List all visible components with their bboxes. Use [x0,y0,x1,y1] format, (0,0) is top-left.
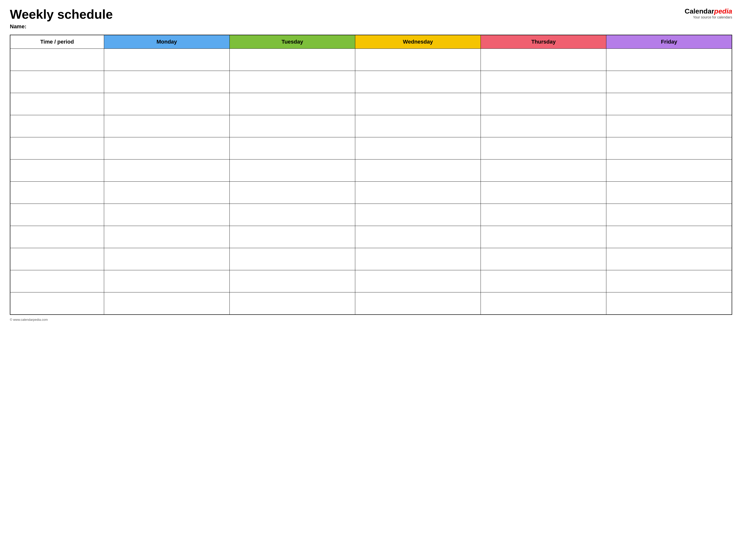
cell-row11-thursday[interactable] [481,292,606,315]
cell-row11-monday[interactable] [104,292,229,315]
cell-row4-tuesday[interactable] [229,137,355,160]
cell-row3-friday[interactable] [606,115,732,137]
cell-row5-friday[interactable] [606,160,732,182]
cell-row5-thursday[interactable] [481,160,606,182]
cell-row3-thursday[interactable] [481,115,606,137]
cell-row2-friday[interactable] [606,93,732,115]
table-row [10,226,732,248]
cell-row5-wednesday[interactable] [355,160,481,182]
cell-row6-friday[interactable] [606,182,732,204]
table-row [10,270,732,292]
cell-row11-friday[interactable] [606,292,732,315]
cell-row9-friday[interactable] [606,248,732,270]
cell-row1-wednesday[interactable] [355,71,481,93]
col-header-time: Time / period [10,35,104,49]
cell-row10-thursday[interactable] [481,270,606,292]
cell-row6-monday[interactable] [104,182,229,204]
cell-row0-monday[interactable] [104,49,229,71]
cell-row11-time[interactable] [10,292,104,315]
cell-row9-tuesday[interactable] [229,248,355,270]
logo-section: Calendarpedia Your source for calendars [685,7,732,19]
cell-row11-tuesday[interactable] [229,292,355,315]
cell-row1-time[interactable] [10,71,104,93]
cell-row6-wednesday[interactable] [355,182,481,204]
page-title: Weekly schedule [10,7,113,21]
col-header-thursday: Thursday [481,35,606,49]
cell-row8-time[interactable] [10,226,104,248]
cell-row10-monday[interactable] [104,270,229,292]
cell-row10-wednesday[interactable] [355,270,481,292]
cell-row2-monday[interactable] [104,93,229,115]
cell-row1-friday[interactable] [606,71,732,93]
cell-row3-wednesday[interactable] [355,115,481,137]
cell-row5-time[interactable] [10,160,104,182]
table-row [10,49,732,71]
cell-row6-tuesday[interactable] [229,182,355,204]
cell-row4-thursday[interactable] [481,137,606,160]
table-row [10,115,732,137]
cell-row9-thursday[interactable] [481,248,606,270]
cell-row7-wednesday[interactable] [355,204,481,226]
cell-row2-tuesday[interactable] [229,93,355,115]
table-row [10,137,732,160]
footer: © www.calendarpedia.com [10,318,732,322]
cell-row11-wednesday[interactable] [355,292,481,315]
logo-calendar: Calendar [685,7,714,15]
table-row [10,248,732,270]
cell-row3-monday[interactable] [104,115,229,137]
table-row [10,93,732,115]
col-header-friday: Friday [606,35,732,49]
cell-row4-time[interactable] [10,137,104,160]
cell-row7-friday[interactable] [606,204,732,226]
cell-row0-wednesday[interactable] [355,49,481,71]
table-row [10,292,732,315]
footer-url: © www.calendarpedia.com [10,318,48,322]
cell-row8-thursday[interactable] [481,226,606,248]
table-row [10,71,732,93]
table-row [10,160,732,182]
cell-row7-monday[interactable] [104,204,229,226]
cell-row4-friday[interactable] [606,137,732,160]
cell-row8-tuesday[interactable] [229,226,355,248]
cell-row0-thursday[interactable] [481,49,606,71]
cell-row8-monday[interactable] [104,226,229,248]
cell-row1-thursday[interactable] [481,71,606,93]
cell-row3-time[interactable] [10,115,104,137]
logo-text: Calendarpedia [685,7,732,15]
cell-row2-time[interactable] [10,93,104,115]
col-header-monday: Monday [104,35,229,49]
cell-row10-time[interactable] [10,270,104,292]
page-header: Weekly schedule Name: Calendarpedia Your… [10,7,732,30]
header-row: Time / period Monday Tuesday Wednesday T… [10,35,732,49]
name-label: Name: [10,23,113,30]
cell-row6-time[interactable] [10,182,104,204]
cell-row4-wednesday[interactable] [355,137,481,160]
cell-row2-wednesday[interactable] [355,93,481,115]
cell-row0-tuesday[interactable] [229,49,355,71]
col-header-wednesday: Wednesday [355,35,481,49]
cell-row8-friday[interactable] [606,226,732,248]
cell-row1-tuesday[interactable] [229,71,355,93]
cell-row0-friday[interactable] [606,49,732,71]
cell-row5-monday[interactable] [104,160,229,182]
cell-row5-tuesday[interactable] [229,160,355,182]
col-header-tuesday: Tuesday [229,35,355,49]
cell-row6-thursday[interactable] [481,182,606,204]
cell-row7-tuesday[interactable] [229,204,355,226]
table-row [10,182,732,204]
cell-row10-tuesday[interactable] [229,270,355,292]
cell-row4-monday[interactable] [104,137,229,160]
logo-tagline: Your source for calendars [693,15,732,19]
cell-row3-tuesday[interactable] [229,115,355,137]
cell-row9-monday[interactable] [104,248,229,270]
cell-row7-thursday[interactable] [481,204,606,226]
cell-row2-thursday[interactable] [481,93,606,115]
cell-row9-wednesday[interactable] [355,248,481,270]
cell-row10-friday[interactable] [606,270,732,292]
cell-row8-wednesday[interactable] [355,226,481,248]
cell-row0-time[interactable] [10,49,104,71]
cell-row9-time[interactable] [10,248,104,270]
table-row [10,204,732,226]
cell-row7-time[interactable] [10,204,104,226]
cell-row1-monday[interactable] [104,71,229,93]
